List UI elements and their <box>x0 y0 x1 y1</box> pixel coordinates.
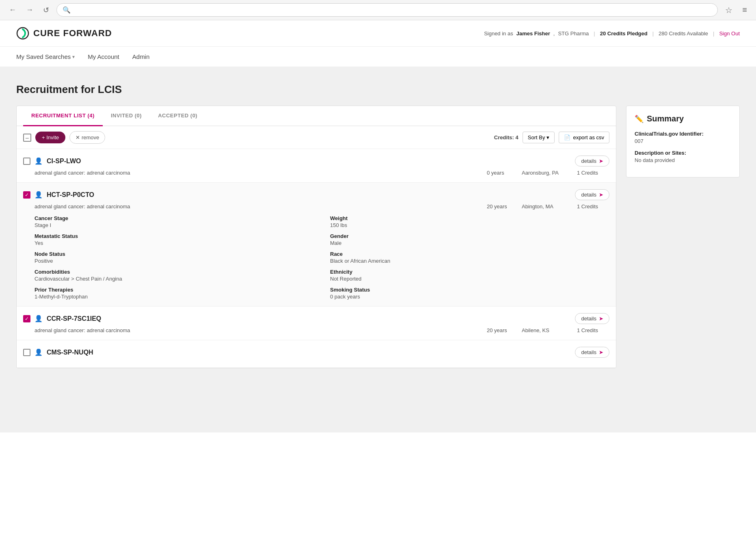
tab-accepted[interactable]: ACCEPTED (0) <box>150 106 205 126</box>
bookmark-button[interactable]: ☆ <box>723 4 735 16</box>
patient-diagnosis-1: adrenal gland cancer: adrenal carcinoma <box>35 170 480 176</box>
detail-label: Cancer Stage <box>35 215 314 221</box>
patient-row: ✓ 👤 CCR-SP-7SC1IEQ details ➤ adrenal gla… <box>17 307 616 340</box>
patient-age-1: 0 years <box>487 170 515 176</box>
detail-label: Smoking Status <box>330 287 609 293</box>
chevron-down-icon: ▾ <box>72 54 75 60</box>
detail-label: Gender <box>330 233 609 239</box>
recruitment-panel: RECRUITMENT LIST (4) INVITED (0) ACCEPTE… <box>16 106 616 368</box>
description-value: No data provided <box>635 157 731 163</box>
sort-by-button[interactable]: Sort By ▾ <box>523 132 555 143</box>
detail-label: Metastatic Status <box>35 233 314 239</box>
patient-checkbox-2[interactable]: ✓ <box>23 191 30 199</box>
patient-details-2: Cancer Stage Stage I Weight 150 lbs Meta… <box>35 215 609 300</box>
patient-id-1: CI-SP-LWO <box>47 158 81 165</box>
tab-invited[interactable]: INVITED (0) <box>103 106 150 126</box>
detail-value: Not Reported <box>330 276 609 282</box>
detail-value: Black or African American <box>330 258 609 264</box>
patient-age-2: 20 years <box>487 203 515 210</box>
logo-area: CURE FORWARD <box>16 27 112 40</box>
patient-location-2: Abington, MA <box>522 203 570 210</box>
select-all-checkbox[interactable]: – <box>23 134 31 142</box>
identifier-label: ClinicalTrials.gov Identifier: <box>635 131 731 137</box>
details-arrow-icon: ➤ <box>599 316 603 322</box>
detail-value: Yes <box>35 240 314 246</box>
site-header: CURE FORWARD Signed in as James Fisher, … <box>0 20 756 47</box>
patient-checkbox-4[interactable] <box>23 349 30 356</box>
header-right: Signed in as James Fisher, STG Pharma | … <box>484 30 740 37</box>
patient-location-3: Abilene, KS <box>522 327 570 333</box>
detail-label: Prior Therapies <box>35 287 314 293</box>
logo-text: CURE FORWARD <box>33 28 112 39</box>
detail-label: Comorbidities <box>35 269 314 275</box>
page-title: Recruitment for LCIS <box>16 83 740 96</box>
patient-checkbox-1[interactable] <box>23 158 30 165</box>
detail-label: Race <box>330 251 609 257</box>
patient-diagnosis-2: adrenal gland cancer: adrenal carcinoma <box>35 203 480 210</box>
summary-title-text: Summary <box>647 114 684 123</box>
patient-age-3: 20 years <box>487 327 515 333</box>
credits-count: Credits: 4 <box>494 134 518 140</box>
logo-icon <box>16 27 29 40</box>
browser-menu-button[interactable]: ≡ <box>740 4 750 15</box>
nav-admin[interactable]: Admin <box>132 47 150 67</box>
detail-value: Cardiovascular > Chest Pain / Angina <box>35 276 314 282</box>
description-label: Description or Sites: <box>635 150 731 156</box>
detail-value: Stage I <box>35 222 314 228</box>
details-arrow-icon: ➤ <box>599 192 603 198</box>
detail-label: Node Status <box>35 251 314 257</box>
detail-value: Male <box>330 240 609 246</box>
details-button-2[interactable]: details ➤ <box>575 189 609 200</box>
site-nav: My Saved Searches ▾ My Account Admin <box>0 47 756 67</box>
patient-id-2: HCT-SP-P0CTO <box>47 191 94 199</box>
page: CURE FORWARD Signed in as James Fisher, … <box>0 20 756 549</box>
patient-location-1: Aaronsburg, PA <box>522 170 570 176</box>
detail-label: Weight <box>330 215 609 221</box>
content-area: RECRUITMENT LIST (4) INVITED (0) ACCEPTE… <box>16 106 740 368</box>
details-button-1[interactable]: details ➤ <box>575 156 609 166</box>
summary-panel: ✏️ Summary ClinicalTrials.gov Identifier… <box>626 106 740 177</box>
browser-chrome: ← → ↺ 🔍 ☆ ≡ <box>0 0 756 20</box>
remove-button[interactable]: ✕ remove <box>69 131 105 144</box>
patient-checkbox-3[interactable]: ✓ <box>23 315 30 322</box>
details-button-3[interactable]: details ➤ <box>575 313 609 324</box>
nav-saved-searches[interactable]: My Saved Searches ▾ <box>16 47 75 67</box>
list-toolbar: – + Invite ✕ remove Credits: 4 Sort By ▾… <box>17 126 616 149</box>
forward-button[interactable]: → <box>24 5 36 15</box>
nav-my-account[interactable]: My Account <box>88 47 119 67</box>
invite-button[interactable]: + Invite <box>35 132 65 143</box>
details-arrow-icon: ➤ <box>599 349 603 355</box>
user-name: James Fisher <box>516 30 550 37</box>
patient-row: 👤 CMS-SP-NUQH details ➤ <box>17 340 616 368</box>
detail-value: Positive <box>35 258 314 264</box>
detail-value: 0 pack years <box>330 294 609 300</box>
credits-pledged: 20 Credits Pledged <box>600 30 648 37</box>
patient-row: 👤 CI-SP-LWO details ➤ adrenal gland canc… <box>17 149 616 183</box>
patient-credits-2: 1 Credits <box>577 203 609 210</box>
patient-diagnosis-3: adrenal gland cancer: adrenal carcinoma <box>35 327 480 333</box>
export-csv-button[interactable]: 📄 export as csv <box>559 132 609 143</box>
detail-value: 150 lbs <box>330 222 609 228</box>
address-bar[interactable]: 🔍 <box>56 3 718 17</box>
identifier-value: 007 <box>635 138 731 144</box>
sign-out-link[interactable]: Sign Out <box>719 30 740 37</box>
patient-icon: 👤 <box>35 191 43 199</box>
details-button-4[interactable]: details ➤ <box>575 347 609 358</box>
details-arrow-icon: ➤ <box>599 158 603 164</box>
patient-icon: 👤 <box>35 157 43 165</box>
patient-id-4: CMS-SP-NUQH <box>47 349 93 356</box>
patient-icon: 👤 <box>35 348 43 356</box>
tabs-bar: RECRUITMENT LIST (4) INVITED (0) ACCEPTE… <box>17 106 616 126</box>
patient-row: ✓ 👤 HCT-SP-P0CTO details ➤ adrenal gland… <box>17 183 616 307</box>
patient-id-3: CCR-SP-7SC1IEQ <box>47 315 101 322</box>
patient-icon: 👤 <box>35 315 43 322</box>
patient-credits-3: 1 Credits <box>577 327 609 333</box>
main-content: Recruitment for LCIS RECRUITMENT LIST (4… <box>0 67 756 432</box>
edit-icon: ✏️ <box>635 115 644 123</box>
sort-chevron-icon: ▾ <box>546 134 549 140</box>
tab-recruitment-list[interactable]: RECRUITMENT LIST (4) <box>23 106 103 126</box>
refresh-button[interactable]: ↺ <box>41 5 52 15</box>
company-name: STG Pharma <box>558 30 589 37</box>
search-icon: 🔍 <box>63 6 71 14</box>
back-button[interactable]: ← <box>6 5 19 15</box>
